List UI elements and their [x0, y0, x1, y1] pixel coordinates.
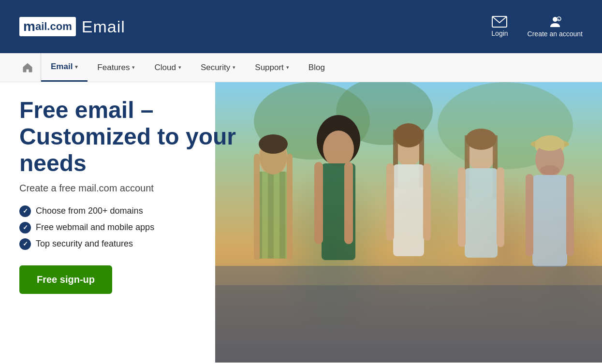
svg-rect-16: [287, 154, 293, 260]
feature-2-text: Free webmail and mobile apps: [36, 222, 154, 233]
nav-blog-label: Blog: [308, 63, 325, 73]
nav-item-email[interactable]: Email ▾: [41, 53, 88, 82]
hero-section: Free email – Customized to your needs Cr…: [0, 82, 602, 363]
feature-3-text: Top security and features: [36, 239, 133, 249]
hero-subtitle: Create a free mail.com account: [19, 183, 261, 194]
feature-1-text: Choose from 200+ domains: [36, 206, 143, 216]
svg-rect-41: [532, 175, 567, 267]
svg-rect-26: [393, 164, 424, 256]
nav-security-chevron: ▾: [233, 64, 235, 71]
svg-rect-12: [279, 172, 285, 259]
main-nav: Email ▾ Features ▾ Cloud ▾ Security ▾ Su…: [0, 53, 602, 82]
envelope-icon: [492, 16, 507, 28]
nav-features-chevron: ▾: [132, 64, 135, 71]
nav-cloud-label: Cloud: [154, 63, 176, 73]
logo-m-letter: m: [23, 19, 35, 34]
hero-background: [215, 82, 602, 363]
svg-rect-20: [314, 162, 323, 244]
header-actions: Login + Create an account: [491, 15, 583, 38]
check-icon-2: ✓: [19, 222, 31, 233]
logo-box: m ail.com: [19, 17, 76, 36]
check-icon-3: ✓: [19, 238, 31, 250]
site-header: m ail.com Email Login + Create an accoun…: [0, 0, 602, 53]
nav-item-security[interactable]: Security ▾: [191, 53, 245, 82]
nav-features-label: Features: [97, 63, 130, 73]
nav-item-blog[interactable]: Blog: [299, 53, 335, 82]
svg-rect-33: [465, 168, 498, 258]
nav-support-label: Support: [255, 63, 284, 73]
hero-content: Free email – Customized to your needs Cr…: [19, 97, 261, 294]
person-icon: +: [549, 15, 561, 28]
home-icon: [22, 62, 33, 73]
logo-dot-com: ail.com: [35, 20, 72, 33]
svg-text:+: +: [558, 17, 560, 22]
nav-support-chevron: ▾: [286, 64, 289, 71]
list-item: ✓ Top security and features: [19, 238, 261, 250]
svg-rect-45: [215, 285, 602, 363]
create-account-button[interactable]: + Create an account: [528, 15, 583, 38]
svg-rect-35: [497, 167, 504, 247]
svg-point-39: [536, 135, 563, 151]
nav-item-support[interactable]: Support ▾: [245, 53, 299, 82]
nav-cloud-chevron: ▾: [178, 64, 181, 71]
nav-email-label: Email: [51, 62, 73, 72]
people-illustration: [215, 82, 602, 363]
check-icon-1: ✓: [19, 205, 31, 217]
svg-rect-11: [268, 172, 274, 259]
svg-point-18: [323, 131, 354, 167]
svg-rect-42: [526, 174, 533, 256]
nav-item-features[interactable]: Features ▾: [88, 53, 145, 82]
svg-rect-28: [423, 163, 431, 241]
svg-point-30: [466, 129, 497, 150]
nav-security-label: Security: [201, 63, 230, 73]
svg-point-40: [540, 165, 559, 175]
nav-email-chevron: ▾: [75, 64, 78, 70]
svg-rect-43: [566, 174, 574, 256]
list-item: ✓ Choose from 200+ domains: [19, 205, 261, 217]
nav-item-cloud[interactable]: Cloud ▾: [145, 53, 191, 82]
create-account-label: Create an account: [528, 30, 583, 38]
free-signup-button[interactable]: Free sign-up: [19, 265, 112, 294]
hero-title: Free email – Customized to your needs: [19, 97, 261, 177]
login-button[interactable]: Login: [491, 16, 508, 37]
login-label: Login: [491, 29, 508, 37]
svg-rect-21: [344, 162, 353, 244]
logo-area: m ail.com Email: [19, 17, 125, 36]
list-item: ✓ Free webmail and mobile apps: [19, 222, 261, 233]
hero-title-text: Free email – Customized to your needs: [19, 97, 236, 176]
svg-point-14: [259, 134, 288, 154]
feature-list: ✓ Choose from 200+ domains ✓ Free webmai…: [19, 205, 261, 250]
svg-rect-34: [458, 167, 466, 247]
nav-home-button[interactable]: [15, 53, 41, 82]
svg-point-23: [394, 123, 423, 147]
site-title: Email: [82, 17, 125, 36]
svg-rect-27: [386, 163, 394, 241]
